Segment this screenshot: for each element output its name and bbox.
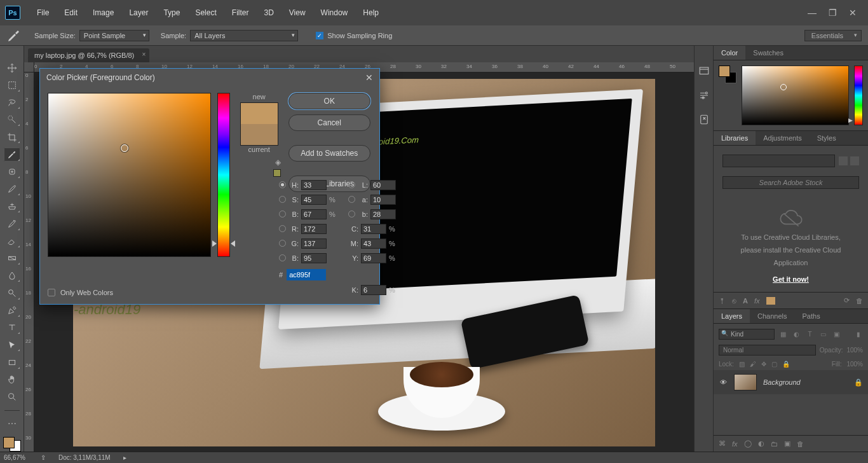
- sample-select[interactable]: All Layers: [190, 30, 298, 41]
- clone-stamp-tool[interactable]: [4, 200, 20, 213]
- grid-view-icon[interactable]: [839, 156, 848, 165]
- delete-layer-icon[interactable]: 🗑: [797, 440, 804, 448]
- adjustment-layer-icon[interactable]: ◐: [758, 439, 764, 448]
- lock-all-icon[interactable]: 🔒: [782, 361, 790, 368]
- ok-button[interactable]: OK: [288, 93, 370, 109]
- filter-adjustment-icon[interactable]: ◐: [792, 329, 801, 339]
- a-input[interactable]: [370, 195, 396, 205]
- history-brush-tool[interactable]: [4, 217, 20, 230]
- radio-h[interactable]: [279, 181, 286, 188]
- crop-tool[interactable]: [4, 130, 20, 144]
- menu-window[interactable]: Window: [315, 6, 355, 20]
- move-tool[interactable]: [4, 61, 20, 74]
- properties-panel-icon[interactable]: [698, 89, 710, 102]
- new-layer-icon[interactable]: ▣: [784, 439, 790, 448]
- history-panel-icon[interactable]: [698, 65, 710, 78]
- close-icon[interactable]: ×: [142, 51, 146, 58]
- r-input[interactable]: [301, 224, 327, 234]
- lock-artboard-icon[interactable]: ▢: [771, 361, 777, 368]
- cancel-button[interactable]: Cancel: [288, 114, 370, 131]
- link-layers-icon[interactable]: ⌘: [719, 439, 726, 448]
- gamut-warning-icon[interactable]: ◈: [275, 158, 281, 167]
- bc-input[interactable]: [301, 253, 327, 263]
- edit-toolbar-button[interactable]: ⋯: [4, 417, 20, 431]
- dialog-titlebar[interactable]: Color Picker (Foreground Color) ✕: [40, 69, 379, 86]
- trash-icon[interactable]: 🗑: [856, 297, 863, 305]
- layer-name[interactable]: Background: [763, 378, 848, 386]
- filter-pixel-icon[interactable]: ▦: [778, 329, 788, 339]
- mini-hue-slider[interactable]: [854, 66, 863, 125]
- mini-color-field[interactable]: [742, 66, 849, 125]
- menu-edit[interactable]: Edit: [58, 6, 84, 20]
- tab-layers[interactable]: Layers: [714, 309, 750, 323]
- g-input[interactable]: [301, 238, 327, 249]
- lock-position-icon[interactable]: ✥: [761, 361, 766, 368]
- websafe-warning-swatch[interactable]: [273, 169, 281, 177]
- lock-pixels-icon[interactable]: 🖌: [750, 361, 756, 368]
- menu-view[interactable]: View: [283, 6, 312, 20]
- healing-brush-tool[interactable]: [4, 165, 20, 179]
- sync-icon[interactable]: ⟳: [844, 296, 850, 305]
- path-select-tool[interactable]: [4, 338, 20, 352]
- radio-g[interactable]: [279, 240, 286, 247]
- b-input[interactable]: [370, 209, 396, 219]
- gradient-tool[interactable]: [4, 252, 20, 265]
- lasso-tool[interactable]: [4, 96, 20, 109]
- mask-icon[interactable]: ◯: [744, 439, 752, 448]
- link-icon[interactable]: ⎋: [732, 297, 736, 305]
- menu-type[interactable]: Type: [157, 6, 186, 20]
- device-preview-icon[interactable]: [698, 113, 710, 126]
- group-icon[interactable]: 🗀: [771, 440, 778, 448]
- rectangle-tool[interactable]: [4, 356, 20, 369]
- radio-b[interactable]: [348, 211, 355, 218]
- opacity-value[interactable]: 100%: [846, 347, 863, 354]
- h-input[interactable]: [301, 180, 327, 190]
- color-swatch[interactable]: [3, 437, 21, 452]
- y-input[interactable]: [361, 253, 386, 263]
- filter-toggle[interactable]: ▮: [853, 329, 863, 339]
- workspace-switcher[interactable]: Essentials: [804, 30, 862, 41]
- eraser-tool[interactable]: [4, 235, 20, 248]
- new-current-swatch[interactable]: [240, 102, 278, 146]
- tab-paths[interactable]: Paths: [795, 309, 828, 323]
- add-to-swatches-button[interactable]: Add to Swatches: [288, 145, 370, 162]
- layer-filter-kind[interactable]: Kind: [719, 329, 775, 340]
- zoom-tool[interactable]: [4, 390, 20, 404]
- radio-l[interactable]: [348, 181, 355, 188]
- menu-3d[interactable]: 3D: [257, 6, 280, 20]
- c-input[interactable]: [361, 224, 386, 234]
- marquee-tool[interactable]: [4, 78, 20, 92]
- s-input[interactable]: [301, 195, 327, 205]
- l-input[interactable]: [370, 180, 396, 190]
- sample-size-select[interactable]: Point Sample: [79, 30, 149, 41]
- radio-bv[interactable]: [279, 211, 286, 218]
- window-minimize-button[interactable]: —: [806, 8, 818, 18]
- get-it-now-link[interactable]: Get it now!: [773, 275, 809, 283]
- k-input[interactable]: [361, 285, 386, 295]
- radio-r[interactable]: [279, 225, 286, 232]
- radio-bc[interactable]: [279, 254, 286, 261]
- type-tool[interactable]: [4, 321, 20, 335]
- show-sampling-ring-checkbox[interactable]: ✓ Show Sampling Ring: [316, 32, 392, 39]
- stock-search-input[interactable]: Search Adobe Stock: [722, 176, 859, 189]
- bv-input[interactable]: [301, 209, 327, 219]
- library-select[interactable]: [722, 155, 835, 167]
- menu-select[interactable]: Select: [189, 6, 222, 20]
- fill-value[interactable]: 100%: [846, 361, 863, 368]
- brush-tool[interactable]: [4, 183, 20, 196]
- tab-adjustments[interactable]: Adjustments: [756, 131, 810, 145]
- upload-icon[interactable]: ⭱: [719, 297, 726, 305]
- menu-file[interactable]: File: [31, 6, 55, 20]
- tab-color[interactable]: Color: [714, 46, 745, 60]
- pen-tool[interactable]: [4, 304, 20, 317]
- filter-shape-icon[interactable]: ▭: [818, 329, 828, 339]
- tab-channels[interactable]: Channels: [750, 309, 794, 323]
- tab-swatches[interactable]: Swatches: [745, 46, 791, 60]
- fx-icon[interactable]: fx: [732, 440, 738, 448]
- document-tab[interactable]: my laptop.jpg @ 66,7% (RGB/8) ×: [28, 48, 149, 62]
- dialog-close-button[interactable]: ✕: [365, 73, 373, 83]
- filter-smart-icon[interactable]: ▣: [832, 329, 841, 339]
- menu-layer[interactable]: Layer: [123, 6, 154, 20]
- saturation-value-field[interactable]: [48, 93, 211, 257]
- menu-image[interactable]: Image: [86, 6, 120, 20]
